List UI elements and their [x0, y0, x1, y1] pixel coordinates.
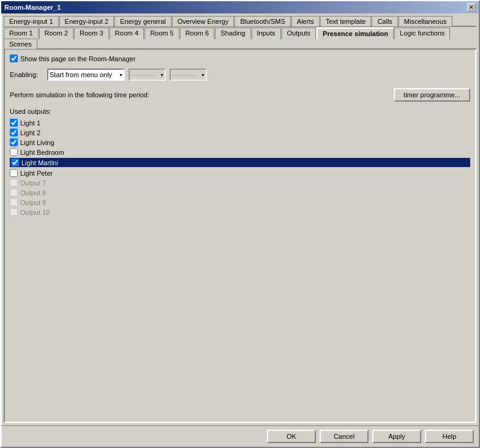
tab-energy-input-1[interactable]: Energy-input 1	[4, 16, 59, 26]
enabling-dropdown-1[interactable]: Start from menu only Always Timer	[47, 69, 125, 81]
light-bedroom-checkbox[interactable]	[10, 148, 18, 156]
tabs-row-2: Room 1 Room 2 Room 3 Room 4 Room 5 Room …	[4, 28, 476, 50]
content-area: Energy-input 1 Energy-input 2 Energy gen…	[1, 13, 479, 425]
footer: OK Cancel Apply Help	[1, 425, 479, 447]
tab-overview-energy[interactable]: Overview Energy	[172, 16, 234, 26]
enabling-dropdown-2[interactable]: ----------	[129, 69, 166, 81]
enabling-row: Enabling: Start from menu only Always Ti…	[10, 69, 470, 81]
list-item: Output 7	[10, 179, 470, 187]
timer-programme-button[interactable]: timer programme...	[394, 88, 470, 102]
list-item: Light Bedroom	[10, 148, 470, 156]
enabling-label: Enabling:	[10, 71, 43, 78]
tab-room2[interactable]: Room 2	[39, 28, 74, 39]
timer-row: Perform simulation in the following time…	[10, 88, 470, 102]
enabling-dropdown-3[interactable]: ----------	[170, 69, 207, 81]
list-item: Light Peter	[10, 169, 470, 177]
tab-miscellaneous[interactable]: Miscellaneous	[399, 16, 452, 26]
tab-energy-general[interactable]: Energy general	[114, 16, 171, 26]
list-item: Output 9	[10, 198, 470, 206]
tab-room3[interactable]: Room 3	[74, 28, 109, 39]
tab-inputs[interactable]: Inputs	[252, 28, 281, 39]
main-window: Room-Manager_1 ✕ Energy-input 1 Energy-i…	[0, 0, 480, 448]
light1-checkbox[interactable]	[10, 119, 18, 127]
light-living-label: Light Living	[20, 139, 54, 146]
show-page-checkbox-label[interactable]: Show this page on the Room-Manager	[10, 54, 135, 62]
tab-room1[interactable]: Room 1	[4, 28, 39, 39]
tab-text-template[interactable]: Text template	[320, 16, 371, 26]
tab-bluetooth-sms[interactable]: Bluetooth/SMS	[234, 16, 290, 26]
tab-calls[interactable]: Calls	[372, 16, 397, 26]
light1-label: Light 1	[20, 119, 40, 127]
light-living-checkbox[interactable]	[10, 138, 18, 146]
time-period-label: Perform simulation in the following time…	[10, 91, 394, 99]
light-peter-label: Light Peter	[20, 170, 53, 177]
title-bar: Room-Manager_1 ✕	[1, 1, 479, 13]
tab-outputs[interactable]: Outputs	[282, 28, 317, 39]
tabs-row-1: Energy-input 1 Energy-input 2 Energy gen…	[4, 16, 476, 27]
light-martini-checkbox[interactable]	[11, 159, 19, 166]
show-page-checkbox[interactable]	[10, 54, 18, 62]
output10-label: Output 10	[20, 209, 50, 216]
tab-energy-input-2[interactable]: Energy-input 2	[59, 16, 114, 26]
light-peter-checkbox[interactable]	[10, 169, 18, 177]
apply-button[interactable]: Apply	[372, 430, 421, 443]
list-item: Light 1	[10, 119, 470, 127]
show-page-row: Show this page on the Room-Manager	[10, 54, 470, 62]
tab-logic-functions[interactable]: Logic functions	[394, 28, 450, 39]
cancel-button[interactable]: Cancel	[320, 430, 369, 443]
list-item: Output 8	[10, 189, 470, 196]
output9-checkbox[interactable]	[10, 198, 18, 206]
tab-alerts[interactable]: Alerts	[291, 16, 320, 26]
output9-label: Output 9	[20, 199, 46, 206]
light-martini-label: Light Martini	[21, 159, 58, 166]
close-button[interactable]: ✕	[467, 3, 476, 12]
light-bedroom-label: Light Bedroom	[20, 149, 64, 156]
output8-label: Output 8	[20, 189, 46, 196]
show-page-label: Show this page on the Room-Manager	[20, 55, 135, 62]
light2-checkbox[interactable]	[10, 129, 18, 136]
output7-label: Output 7	[20, 179, 46, 187]
list-item: Light Martini	[10, 158, 470, 167]
tab-panel: Show this page on the Room-Manager Enabl…	[4, 50, 476, 423]
enabling-select-1[interactable]: Start from menu only Always Timer	[47, 69, 125, 81]
ok-button[interactable]: OK	[267, 430, 316, 443]
tab-room4[interactable]: Room 4	[110, 28, 144, 39]
tab-room6[interactable]: Room 6	[180, 28, 215, 39]
output10-checkbox[interactable]	[10, 208, 18, 216]
list-item: Output 10	[10, 208, 470, 216]
output8-checkbox[interactable]	[10, 189, 18, 196]
used-outputs-label: Used outputs:	[10, 108, 470, 115]
tab-room5[interactable]: Room 5	[144, 28, 179, 39]
tab-presence-simulation[interactable]: Presence simulation	[317, 28, 394, 39]
output7-checkbox[interactable]	[10, 179, 18, 187]
tab-shading[interactable]: Shading	[215, 28, 250, 39]
list-item: Light 2	[10, 129, 470, 136]
enabling-select-3[interactable]: ----------	[170, 69, 207, 81]
list-item: Light Living	[10, 138, 470, 146]
enabling-select-2[interactable]: ----------	[129, 69, 166, 81]
help-button[interactable]: Help	[425, 430, 474, 443]
tab-scenes[interactable]: Scenes	[4, 39, 37, 49]
light2-label: Light 2	[20, 129, 40, 136]
window-title: Room-Manager_1	[4, 4, 61, 11]
